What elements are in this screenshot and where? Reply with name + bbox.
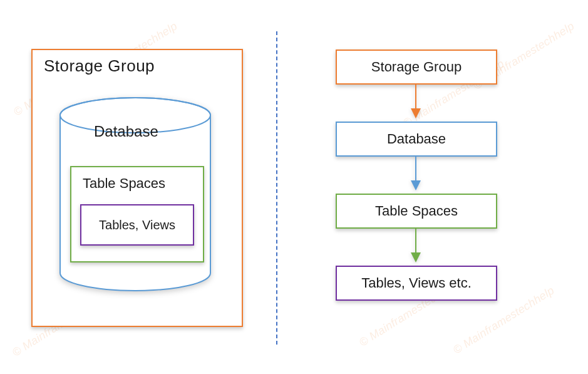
diagram-canvas: © Mainframestechhelp © Mainframestechhel… — [0, 0, 588, 374]
flow-tables-views: Tables, Views etc. — [336, 266, 497, 301]
arrow-icon — [411, 229, 421, 265]
flow-tables-views-label: Tables, Views etc. — [361, 275, 472, 291]
tables-views-box: Tables, Views — [80, 204, 194, 246]
flow-storage-group: Storage Group — [336, 49, 497, 85]
flow-tablespaces-label: Table Spaces — [375, 203, 458, 219]
vertical-divider — [276, 31, 277, 345]
storage-group-label: Storage Group — [44, 56, 155, 76]
arrow-icon — [411, 157, 421, 193]
arrow-icon — [411, 85, 421, 121]
database-label: Database — [94, 123, 158, 140]
flow-database: Database — [336, 122, 497, 157]
tables-views-label: Tables, Views — [99, 218, 175, 232]
flow-tablespaces: Table Spaces — [336, 194, 497, 229]
tablespaces-label: Table Spaces — [83, 175, 165, 192]
flow-storage-group-label: Storage Group — [371, 59, 462, 75]
flow-database-label: Database — [387, 131, 446, 147]
